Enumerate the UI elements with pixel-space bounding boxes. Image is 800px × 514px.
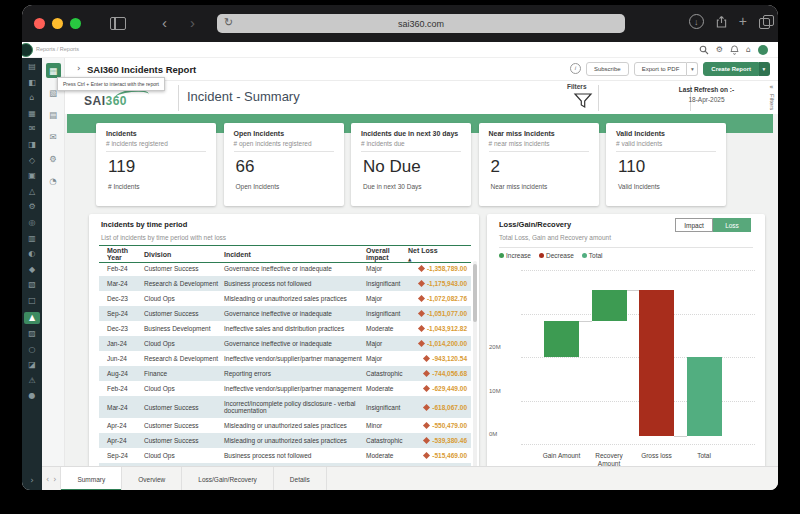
tab-summary[interactable]: Summary bbox=[60, 467, 122, 490]
sidebar-item-0[interactable]: ▤ bbox=[24, 62, 40, 72]
create-report-button[interactable]: Create Report bbox=[703, 62, 759, 76]
waterfall-bar-total[interactable] bbox=[687, 357, 722, 436]
sidebar-toggle-icon[interactable] bbox=[110, 17, 126, 30]
new-tab-icon[interactable]: + bbox=[739, 15, 747, 28]
search-icon[interactable] bbox=[699, 45, 709, 55]
table-row[interactable]: Feb-24 Cloud Ops Ineffective vendor/supp… bbox=[99, 381, 471, 396]
sidebar-item-14[interactable]: ▧ bbox=[24, 280, 40, 290]
sidebar-item-4[interactable]: ✉ bbox=[24, 124, 40, 134]
sidebar-item-21[interactable]: ● bbox=[24, 391, 40, 401]
column-division[interactable]: Division bbox=[144, 251, 224, 258]
rail-item-3[interactable]: ✉ bbox=[46, 129, 61, 144]
user-avatar[interactable] bbox=[758, 45, 768, 55]
sidebar-expand-icon[interactable]: › bbox=[22, 475, 42, 485]
waterfall-bar-gain-amount[interactable] bbox=[544, 321, 579, 357]
next-page-icon[interactable]: › bbox=[53, 475, 60, 484]
tab-overview-icon[interactable] bbox=[759, 18, 770, 29]
tab-overview[interactable]: Overview bbox=[122, 467, 182, 490]
sidebar-item-5[interactable]: ◨ bbox=[24, 140, 40, 150]
table-row[interactable]: Jun-24 Research & Development Ineffectiv… bbox=[99, 351, 471, 366]
sidebar-item-9[interactable]: ⚙ bbox=[24, 202, 40, 212]
x-axis-label: Total bbox=[679, 452, 729, 460]
sidebar-item-7[interactable]: ▣ bbox=[24, 171, 40, 181]
sidebar-item-13[interactable]: ◆ bbox=[24, 265, 40, 275]
table-row[interactable]: Mar-24 Customer Success Incorrect/incomp… bbox=[99, 396, 471, 418]
table-row[interactable]: Apr-24 Customer Success Misleading or un… bbox=[99, 433, 471, 448]
tab-details[interactable]: Details bbox=[274, 467, 327, 490]
zoom-window-button[interactable] bbox=[70, 18, 81, 29]
tab-loss-gain-recovery[interactable]: Loss/Gain/Recovery bbox=[182, 467, 274, 490]
toggle-impact-button[interactable]: Impact bbox=[675, 218, 713, 232]
table-row[interactable]: Dec-23 Business Development Ineffective … bbox=[99, 321, 471, 336]
toggle-loss-button[interactable]: Loss bbox=[713, 218, 751, 232]
legend-item-total[interactable]: Total bbox=[582, 252, 603, 259]
address-bar[interactable]: ↻ sai360.com bbox=[217, 14, 625, 33]
subscribe-button[interactable]: Subscribe bbox=[586, 62, 629, 76]
create-report-dropdown-icon[interactable]: ▾ bbox=[759, 62, 770, 76]
sidebar-item-17[interactable]: ▨ bbox=[24, 329, 40, 339]
filters-pane-collapsed[interactable]: « Filters bbox=[765, 83, 778, 114]
rail-item-0-active[interactable]: ▦ bbox=[46, 63, 61, 78]
settings-gear-icon[interactable]: ⚙ bbox=[716, 44, 723, 55]
sidebar-item-8[interactable]: △ bbox=[24, 187, 40, 197]
scrollbar-thumb[interactable] bbox=[473, 264, 477, 322]
report-page-tabs: ‹ › SummaryOverviewLoss/Gain/RecoveryDet… bbox=[42, 466, 778, 490]
kpi-card[interactable]: Valid Incidents # valid incidents 110 Va… bbox=[606, 123, 726, 206]
table-row[interactable]: Jan-24 Cloud Ops Governance ineffective … bbox=[99, 336, 471, 351]
home-icon[interactable]: ⌂ bbox=[746, 44, 751, 55]
column-month-year[interactable]: Month Year bbox=[107, 247, 144, 261]
report-breadcrumb-chevron-icon[interactable]: › bbox=[77, 63, 81, 73]
table-row[interactable]: Mar-24 Research & Development Business p… bbox=[99, 276, 471, 291]
sidebar-item-11[interactable]: ▥ bbox=[24, 234, 40, 244]
sidebar-item-3[interactable]: ▦ bbox=[24, 109, 40, 119]
sidebar-item-18[interactable]: ○ bbox=[24, 345, 40, 355]
expand-filters-icon[interactable]: « bbox=[765, 83, 778, 91]
prev-page-icon[interactable]: ‹ bbox=[42, 475, 53, 484]
info-icon[interactable]: i bbox=[570, 63, 581, 74]
sai360-app-logo[interactable] bbox=[22, 43, 33, 57]
table-row[interactable]: Sep-24 Cloud Ops Business process not fo… bbox=[99, 448, 471, 463]
table-row[interactable]: Feb-24 Customer Success Governance ineff… bbox=[99, 261, 471, 276]
y-axis-tick: 20M bbox=[489, 344, 517, 350]
minimize-window-button[interactable] bbox=[52, 18, 63, 29]
column-incident[interactable]: Incident bbox=[224, 251, 366, 258]
filter-funnel-icon[interactable] bbox=[573, 92, 593, 109]
notifications-bell-icon[interactable] bbox=[730, 45, 739, 55]
forward-icon[interactable]: › bbox=[190, 14, 195, 32]
table-scrollbar[interactable] bbox=[473, 261, 477, 466]
share-icon[interactable] bbox=[716, 15, 727, 29]
table-row[interactable]: Dec-23 Cloud Ops Misleading or unauthori… bbox=[99, 291, 471, 306]
export-pdf-button[interactable]: Export to PDF bbox=[634, 62, 688, 76]
waterfall-bar-recovery-amount[interactable] bbox=[592, 290, 627, 321]
sidebar-item-12[interactable]: ◐ bbox=[24, 249, 40, 259]
legend-item-increase[interactable]: Increase bbox=[499, 252, 531, 259]
rail-item-4[interactable]: ⚙ bbox=[46, 151, 61, 166]
column-overall-impact[interactable]: Overall impact bbox=[366, 247, 408, 261]
legend-item-decrease[interactable]: Decrease bbox=[539, 252, 574, 259]
sidebar-item-6[interactable]: ◇ bbox=[24, 156, 40, 166]
back-icon[interactable]: ‹ bbox=[162, 14, 167, 32]
table-row[interactable]: Apr-24 Customer Success Misleading or un… bbox=[99, 418, 471, 433]
downloads-icon[interactable]: ↓ bbox=[689, 14, 704, 29]
sidebar-item-15[interactable]: □ bbox=[24, 296, 40, 306]
table-row[interactable]: Aug-24 Finance Reporting errors Catastro… bbox=[99, 366, 471, 381]
kpi-card[interactable]: Near miss Incidents # near miss incident… bbox=[479, 123, 599, 206]
sidebar-item-19[interactable]: ◪ bbox=[24, 360, 40, 370]
export-dropdown-icon[interactable]: ▾ bbox=[687, 62, 698, 76]
waterfall-bar-gross-loss[interactable] bbox=[639, 290, 674, 436]
kpi-card[interactable]: Incidents # incidents registered 119 # I… bbox=[96, 123, 216, 206]
sidebar-item-10[interactable]: ◎ bbox=[24, 218, 40, 228]
sidebar-item-16-active[interactable]: ▲ bbox=[24, 312, 40, 324]
rail-item-2[interactable]: ▤ bbox=[46, 107, 61, 122]
kpi-card[interactable]: Incidents due in next 30 days # incident… bbox=[351, 123, 471, 206]
sidebar-item-1[interactable]: ◧ bbox=[24, 78, 40, 88]
sidebar-item-2[interactable]: ⌂ bbox=[24, 93, 40, 103]
sidebar-item-20[interactable]: ⚠ bbox=[24, 376, 40, 386]
reload-icon[interactable]: ↻ bbox=[224, 16, 233, 29]
kpi-card[interactable]: Open Incidents # open incidents register… bbox=[224, 123, 344, 206]
column-net-loss[interactable]: Net Loss▲ bbox=[408, 247, 471, 262]
close-window-button[interactable] bbox=[34, 18, 45, 29]
rail-item-5[interactable]: ◔ bbox=[46, 173, 61, 188]
breadcrumb[interactable]: Reports / Reports bbox=[36, 46, 79, 52]
table-row[interactable]: Sep-24 Customer Success Governance ineff… bbox=[99, 306, 471, 321]
